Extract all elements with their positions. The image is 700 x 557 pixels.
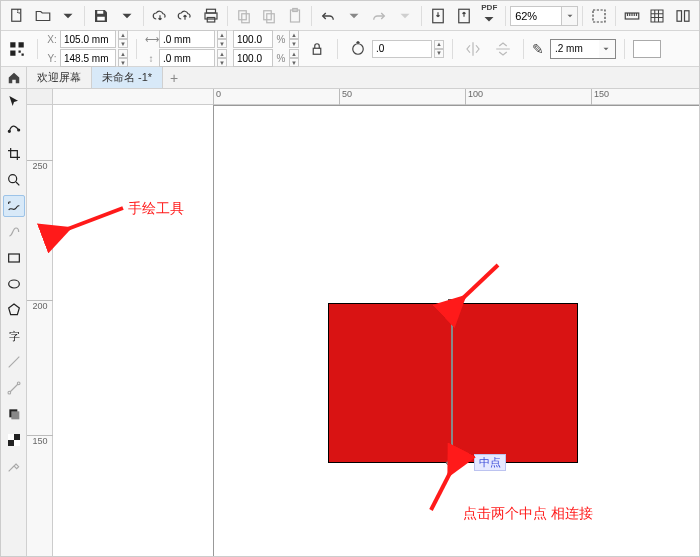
svg-point-24 <box>353 43 364 54</box>
svg-point-29 <box>8 280 19 288</box>
lock-ratio-icon[interactable] <box>305 37 329 61</box>
svg-point-26 <box>17 129 19 131</box>
pick-tool[interactable] <box>3 91 25 113</box>
ruler-horizontal: 0 50 100 150 200 <box>53 89 699 105</box>
connector-tool[interactable] <box>3 377 25 399</box>
x-input[interactable] <box>60 30 116 48</box>
dropdown-icon[interactable] <box>115 4 139 28</box>
svg-rect-16 <box>677 10 682 21</box>
document-tabs: 欢迎屏幕 未命名 -1* + <box>1 67 699 89</box>
export-icon[interactable] <box>452 4 476 28</box>
chevron-down-icon[interactable] <box>599 44 613 54</box>
arrow-to-top-mid <box>453 260 503 313</box>
undo-icon[interactable] <box>316 4 340 28</box>
open-icon[interactable] <box>31 4 55 28</box>
property-toolbar: X:▲▼ Y:▲▼ ⟷▲▼ ↕▲▼ %▲▼ %▲▼ ▲▼ ✎ <box>1 31 699 67</box>
chevron-down-icon[interactable] <box>561 7 577 25</box>
svg-line-38 <box>65 208 123 230</box>
canvas[interactable]: 0 50 100 150 200 250 200 150 中点 手绘工具 <box>27 89 699 557</box>
w-input[interactable] <box>159 30 215 48</box>
ruler-vertical: 250 200 150 <box>27 105 53 557</box>
dropshadow-tool[interactable] <box>3 403 25 425</box>
shape-tool[interactable] <box>3 117 25 139</box>
ellipse-tool[interactable] <box>3 273 25 295</box>
zoom-tool[interactable] <box>3 169 25 191</box>
svg-rect-14 <box>593 10 605 22</box>
freehand-line[interactable] <box>451 303 453 463</box>
svg-rect-36 <box>8 434 14 440</box>
tab-active[interactable]: 未命名 -1* <box>92 67 163 88</box>
svg-rect-19 <box>19 42 24 47</box>
text-tool[interactable]: 字 <box>3 325 25 347</box>
eyedropper-tool[interactable] <box>3 455 25 477</box>
page-viewport[interactable]: 中点 手绘工具 点击两个中点 相连接 <box>53 105 699 557</box>
svg-rect-5 <box>207 17 215 22</box>
zoom-combo[interactable] <box>510 6 578 26</box>
outline-input[interactable] <box>551 40 599 58</box>
pen-label: ✎ <box>532 41 544 57</box>
copy2-icon <box>258 4 282 28</box>
transparency-tool[interactable] <box>3 429 25 451</box>
svg-rect-23 <box>313 48 321 54</box>
toolbox: 字 <box>1 89 27 557</box>
grid-icon[interactable] <box>646 4 670 28</box>
y-label: Y: <box>46 53 58 64</box>
fullscreen-icon[interactable] <box>587 4 611 28</box>
sx-input[interactable] <box>233 30 273 48</box>
svg-rect-7 <box>241 13 249 22</box>
artistic-media-tool[interactable] <box>3 221 25 243</box>
sy-input[interactable] <box>233 49 273 67</box>
dropdown-icon[interactable] <box>342 4 366 28</box>
outline-combo[interactable] <box>550 39 616 59</box>
svg-rect-2 <box>97 16 105 20</box>
svg-rect-17 <box>685 10 690 21</box>
dimension-tool[interactable] <box>3 351 25 373</box>
rotate-group: ▲▼ <box>346 37 444 61</box>
cloud-up-icon[interactable] <box>173 4 197 28</box>
svg-line-39 <box>461 265 498 300</box>
scale-group: %▲▼ %▲▼ <box>233 30 299 67</box>
svg-rect-9 <box>267 13 275 22</box>
ruler-icon[interactable] <box>620 4 644 28</box>
main-toolbar: PDF <box>1 1 699 31</box>
anno-mid-label: 点击两个中点 相连接 <box>463 505 593 523</box>
svg-rect-1 <box>97 10 103 13</box>
new-icon[interactable] <box>5 4 29 28</box>
x-label: X: <box>46 34 58 45</box>
paste-icon <box>283 4 307 28</box>
cloud-down-icon[interactable] <box>148 4 172 28</box>
save-icon[interactable] <box>89 4 113 28</box>
settings-icon[interactable] <box>671 4 695 28</box>
freehand-tool[interactable] <box>3 195 25 217</box>
zoom-input[interactable] <box>511 7 561 25</box>
h-input[interactable] <box>159 49 215 67</box>
svg-line-40 <box>431 471 451 510</box>
work-area: 字 0 50 100 150 200 250 200 150 中点 <box>1 89 699 557</box>
svg-rect-37 <box>14 440 20 446</box>
import-icon[interactable] <box>426 4 450 28</box>
rectangle-tool[interactable] <box>3 247 25 269</box>
red-rectangle[interactable] <box>328 303 578 463</box>
polygon-tool[interactable] <box>3 299 25 321</box>
pdf-icon[interactable]: PDF <box>477 4 501 28</box>
flip-h-icon <box>461 37 485 61</box>
new-tab-button[interactable]: + <box>163 67 185 88</box>
dropdown-icon <box>393 4 417 28</box>
svg-point-25 <box>8 130 10 132</box>
redo-icon <box>367 4 391 28</box>
tab-welcome[interactable]: 欢迎屏幕 <box>27 67 92 88</box>
dropdown-icon[interactable] <box>56 4 80 28</box>
svg-text:字: 字 <box>8 330 19 342</box>
y-input[interactable] <box>60 49 116 67</box>
size-group: ⟷▲▼ ↕▲▼ <box>145 30 227 67</box>
h-label: ↕ <box>145 53 157 64</box>
home-icon[interactable] <box>1 67 27 88</box>
svg-rect-21 <box>19 50 21 52</box>
svg-rect-8 <box>264 10 272 19</box>
svg-rect-22 <box>22 53 24 55</box>
print-icon[interactable] <box>199 4 223 28</box>
crop-tool[interactable] <box>3 143 25 165</box>
copy-icon <box>232 4 256 28</box>
rotate-input[interactable] <box>372 40 432 58</box>
qr-icon[interactable] <box>5 37 29 61</box>
